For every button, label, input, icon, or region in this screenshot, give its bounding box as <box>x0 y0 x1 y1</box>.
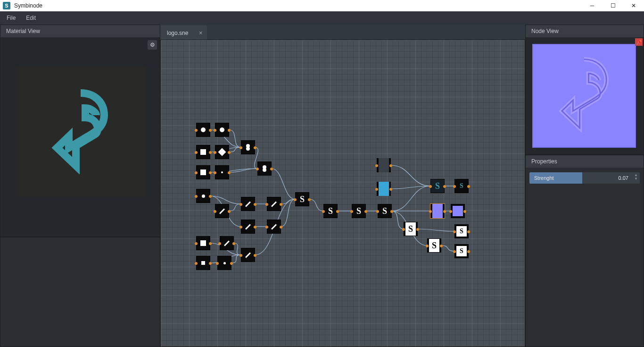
graph-node[interactable]: S <box>454 244 469 258</box>
node-view-header: Node View <box>526 25 644 37</box>
graph-node[interactable] <box>241 220 255 234</box>
material-view-header: Material View <box>0 25 160 37</box>
graph-node[interactable] <box>196 236 210 250</box>
property-label: Strenght <box>534 175 554 181</box>
material-view-panel: Material View ⚙ <box>0 25 160 237</box>
graph-node[interactable] <box>215 145 229 159</box>
graph-node[interactable] <box>220 236 234 250</box>
graph-node[interactable] <box>217 256 231 270</box>
graph-node[interactable]: S <box>454 179 469 193</box>
os-titlebar: S Symbinode ─ ☐ ✕ <box>0 0 644 11</box>
graph-node[interactable] <box>430 204 445 218</box>
node-graph-canvas[interactable]: SSSSSSSSSS <box>160 40 525 347</box>
document-tabstrip: logo.sne × <box>160 25 525 40</box>
graph-node[interactable]: S <box>323 204 338 218</box>
spinner-icon[interactable]: ▲▼ <box>634 173 638 181</box>
graph-node[interactable]: S <box>295 192 309 206</box>
window-maximize-button[interactable]: ☐ <box>603 0 623 11</box>
menu-bar: File Edit <box>0 11 644 25</box>
graph-node[interactable] <box>196 165 210 179</box>
graph-node[interactable]: S <box>378 204 392 218</box>
graph-node[interactable] <box>451 204 465 218</box>
graph-node[interactable] <box>196 256 210 270</box>
graph-node[interactable] <box>215 165 229 179</box>
node-preview <box>532 44 636 148</box>
node-view-panel: Node View 📌 <box>525 25 644 155</box>
app-title: Symbinode <box>14 2 42 9</box>
graph-node[interactable] <box>196 145 210 159</box>
graph-node[interactable] <box>377 182 391 196</box>
close-icon[interactable]: × <box>199 30 202 36</box>
graph-node[interactable] <box>196 123 210 137</box>
pin-icon[interactable]: 📌 <box>635 38 643 46</box>
material-preview <box>16 67 146 197</box>
logo-glyph <box>50 89 111 174</box>
graph-node[interactable] <box>377 158 391 172</box>
window-minimize-button[interactable]: ─ <box>582 0 603 11</box>
graph-node[interactable] <box>241 140 255 154</box>
app-icon: S <box>3 2 10 9</box>
left-empty-panel <box>0 237 160 347</box>
window-close-button[interactable]: ✕ <box>623 0 644 11</box>
graph-node[interactable]: S <box>352 204 366 218</box>
menu-edit[interactable]: Edit <box>26 15 36 21</box>
graph-node[interactable] <box>215 204 229 218</box>
properties-panel: Properties Strenght 0.07 ▲▼ <box>525 155 644 347</box>
gear-icon[interactable]: ⚙ <box>148 40 157 50</box>
property-value: 0.07 <box>619 175 635 181</box>
graph-node[interactable]: S <box>404 222 418 236</box>
graph-node[interactable] <box>267 220 281 234</box>
graph-node[interactable] <box>241 248 255 262</box>
tab-logo-sne[interactable]: logo.sne × <box>160 25 207 40</box>
graph-node[interactable]: S <box>427 238 441 253</box>
menu-file[interactable]: File <box>7 15 16 21</box>
graph-node[interactable] <box>241 197 255 211</box>
node-wires <box>161 40 525 347</box>
graph-node[interactable] <box>196 189 210 203</box>
tab-label: logo.sne <box>167 30 188 36</box>
normal-map-glyph <box>553 56 615 136</box>
graph-node[interactable]: S <box>430 179 445 193</box>
graph-node[interactable] <box>215 123 229 137</box>
graph-node[interactable] <box>267 197 281 211</box>
graph-node[interactable] <box>257 161 272 176</box>
graph-node[interactable]: S <box>454 224 469 238</box>
properties-header: Properties <box>526 155 644 168</box>
property-strength[interactable]: Strenght 0.07 ▲▼ <box>529 172 640 184</box>
